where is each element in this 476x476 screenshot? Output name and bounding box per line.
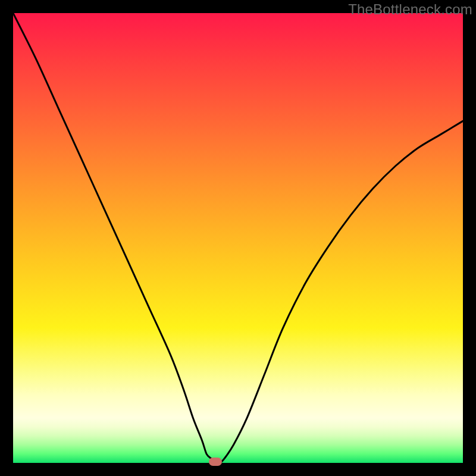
curve-path (13, 13, 463, 463)
bottleneck-curve (13, 13, 463, 463)
chart-plot-area (13, 13, 463, 463)
minimum-marker (209, 458, 222, 466)
watermark-text: TheBottleneck.com (348, 1, 472, 18)
